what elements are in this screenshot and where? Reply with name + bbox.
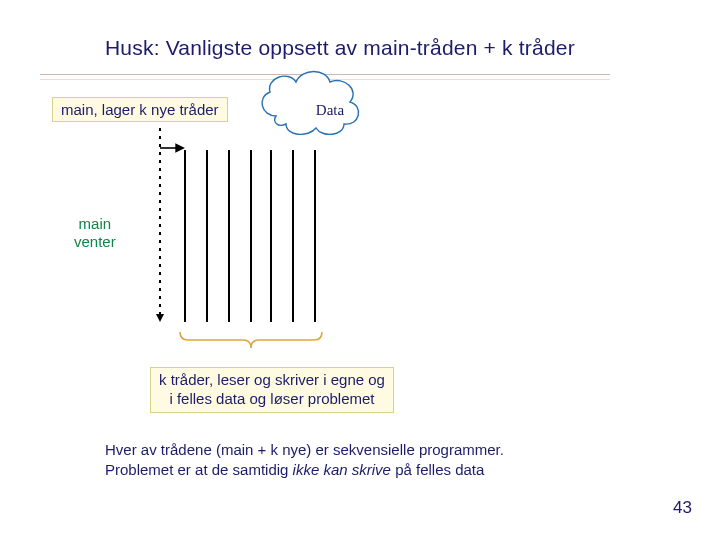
threads-brace (180, 332, 322, 348)
main-thread-arrowhead (156, 314, 164, 322)
data-cloud-label: Data (316, 102, 345, 118)
thread-diagram: Data (0, 0, 720, 540)
